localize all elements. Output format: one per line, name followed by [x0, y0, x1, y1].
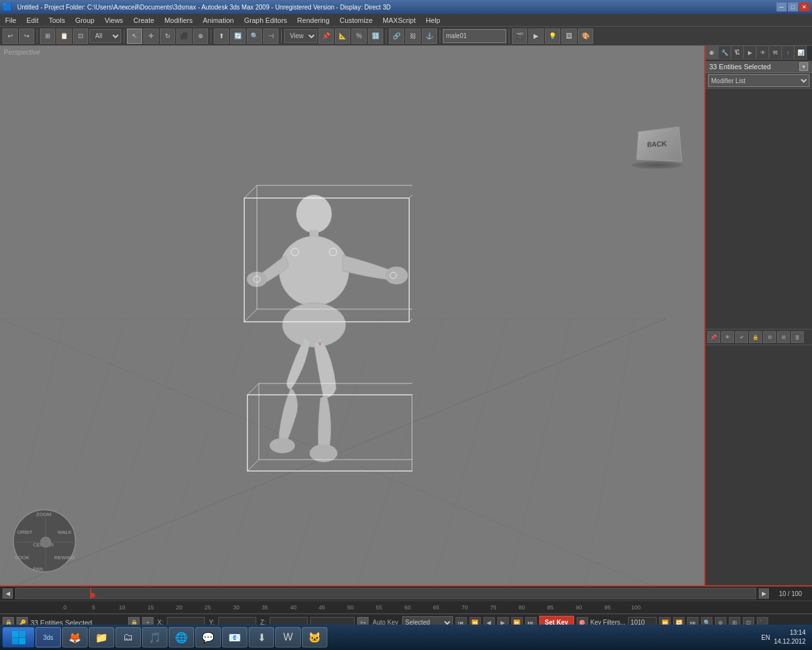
taskbar-firefox[interactable]: 🦊 [62, 627, 88, 647]
menu-views[interactable]: Views [100, 15, 128, 25]
frame-mark-5: 5 [79, 604, 108, 611]
move-button[interactable]: ⬆ [214, 29, 229, 44]
snap-toggle[interactable]: 📌 [318, 29, 334, 44]
window-title: Untitled - Project Folder: C:\Users\Алек… [17, 4, 391, 11]
rpanel-tab-display[interactable]: 👁 [756, 46, 769, 60]
view-dropdown[interactable]: View [284, 29, 317, 43]
mod-make-unique[interactable]: ⊞ [777, 331, 790, 343]
timeline-prev-button[interactable]: ◀ [3, 588, 13, 599]
viewport[interactable]: Perspective [0, 46, 704, 585]
right-panel-tabs: ⊕ 🔧 🏗 ▶ 👁 🛠 ↑ 📊 [705, 46, 812, 61]
mirror-button[interactable]: ⊣ [263, 29, 278, 44]
mod-show-result[interactable]: 👁 [721, 331, 734, 343]
active-shade[interactable]: 💡 [545, 29, 560, 44]
link-button[interactable]: 🔗 [389, 29, 404, 44]
timeline-area: ◀ ▶ 10 / 100 [0, 585, 812, 601]
menu-maxscript[interactable]: MAXScript [377, 15, 421, 25]
select-scale[interactable]: ⬛ [176, 29, 192, 44]
select-rotate[interactable]: ↻ [160, 29, 175, 44]
menu-create[interactable]: Create [128, 15, 159, 25]
taskbar-app6[interactable]: 💬 [195, 627, 221, 647]
undo-button[interactable]: ↩ [3, 29, 18, 44]
taskbar-folder[interactable]: 🗂 [115, 627, 141, 647]
mod-active-view[interactable]: ✔ [735, 331, 748, 343]
rpanel-tab-extra2[interactable]: 📊 [794, 46, 807, 60]
modifier-list-dropdown[interactable]: Modifier List [708, 74, 809, 87]
navigation-wheel[interactable]: ZOOM ORBIT WALK CENTER LOOK REWIND PAN [6, 509, 82, 579]
menu-tools[interactable]: Tools [44, 15, 70, 25]
timeline-track[interactable] [15, 588, 756, 599]
rpanel-tab-hierarchy[interactable]: 🏗 [731, 46, 743, 60]
select-move[interactable]: ✛ [143, 29, 159, 44]
frame-mark-20: 20 [165, 604, 193, 611]
titlebar-controls[interactable]: ─ □ ✕ [776, 3, 809, 11]
viewport-label: Perspective [4, 48, 40, 56]
select-tool[interactable]: ↖ [127, 29, 142, 44]
redo-button[interactable]: ↪ [19, 29, 34, 44]
taskbar-app8[interactable]: ⬇ [249, 627, 274, 647]
nav-wheel-circle[interactable]: ZOOM ORBIT WALK CENTER LOOK REWIND PAN [13, 509, 76, 573]
material-editor[interactable]: 🎨 [578, 29, 593, 44]
rotate-button[interactable]: 🔄 [230, 29, 246, 44]
bind-button[interactable]: ⚓ [422, 29, 437, 44]
taskbar-time: 13:14 14.12.2012 [774, 628, 806, 646]
start-button[interactable] [3, 627, 34, 647]
timeline-next-button[interactable]: ▶ [759, 588, 769, 599]
taskbar-3dsmax[interactable]: 3ds [36, 627, 61, 647]
select-region-button[interactable]: ⊡ [73, 29, 88, 44]
mod-remove[interactable]: 🗑 [791, 331, 804, 343]
menu-file[interactable]: File [0, 15, 22, 25]
taskbar-app7[interactable]: 📧 [222, 627, 247, 647]
taskbar-explorer[interactable]: 📁 [89, 627, 114, 647]
rpanel-tab-create[interactable]: ⊕ [705, 46, 718, 60]
menu-graph-editors[interactable]: Graph Editors [239, 15, 292, 25]
navigation-cube[interactable]: BACK [628, 122, 685, 179]
frame-mark-70: 70 [450, 604, 479, 611]
entities-expand-button[interactable]: ▼ [799, 62, 808, 71]
tray-lang: EN [761, 634, 770, 641]
menu-edit[interactable]: Edit [22, 15, 44, 25]
select-by-name-button[interactable]: 📋 [56, 29, 72, 44]
angle-snap[interactable]: 📐 [335, 29, 350, 44]
taskbar-tray: EN 13:14 14.12.2012 [761, 628, 809, 646]
select-object-button[interactable]: ⊞ [40, 29, 55, 44]
mod-lock-button[interactable]: 🔒 [749, 331, 762, 343]
object-name-input[interactable] [443, 29, 506, 43]
rpanel-tab-extra1[interactable]: ↑ [782, 46, 794, 60]
key-indicator [90, 593, 95, 598]
nav-cube-label: BACK [647, 140, 667, 148]
percent-snap[interactable]: % [351, 29, 367, 44]
quick-render[interactable]: ▶ [528, 29, 544, 44]
nav-cube-face[interactable]: BACK [636, 126, 683, 161]
mod-configure[interactable]: ⚙ [763, 331, 776, 343]
spinner-snap[interactable]: 🔢 [368, 29, 383, 44]
menu-modifiers[interactable]: Modifiers [159, 15, 198, 25]
minimize-button[interactable]: ─ [776, 3, 787, 11]
rpanel-tab-modify[interactable]: 🔧 [718, 46, 731, 60]
svg-line-12 [584, 319, 634, 585]
rpanel-tab-utilities[interactable]: 🛠 [769, 46, 782, 60]
zoom-ext-button[interactable]: 🔍 [247, 29, 262, 44]
taskbar-app9[interactable]: 🐱 [302, 627, 327, 647]
rpanel-tab-motion[interactable]: ▶ [743, 46, 756, 60]
menu-help[interactable]: Help [421, 15, 445, 25]
transform-type[interactable]: ⊕ [193, 29, 208, 44]
taskbar-word[interactable]: W [275, 627, 301, 647]
menu-group[interactable]: Group [70, 15, 100, 25]
menu-customize[interactable]: Customize [334, 15, 377, 25]
frame-ruler: 0 5 10 15 20 25 30 35 40 45 50 55 60 65 … [0, 601, 812, 614]
taskbar-app5[interactable]: 🌐 [169, 627, 194, 647]
taskbar-clock: 13:14 [774, 628, 806, 637]
render-setup[interactable]: 🎬 [512, 29, 527, 44]
taskbar-media[interactable]: 🎵 [142, 627, 167, 647]
frame-mark-0: 0 [51, 604, 79, 611]
menu-rendering[interactable]: Rendering [292, 15, 335, 25]
close-button[interactable]: ✕ [799, 3, 809, 11]
menu-animation[interactable]: Animation [198, 15, 239, 25]
maximize-button[interactable]: □ [788, 3, 798, 11]
mod-pin-button[interactable]: 📌 [707, 331, 720, 343]
unlink-button[interactable]: ⛓ [405, 29, 421, 44]
render-frame[interactable]: 🖼 [561, 29, 577, 44]
frame-mark-90: 90 [565, 604, 593, 611]
filter-dropdown[interactable]: All [89, 29, 121, 43]
